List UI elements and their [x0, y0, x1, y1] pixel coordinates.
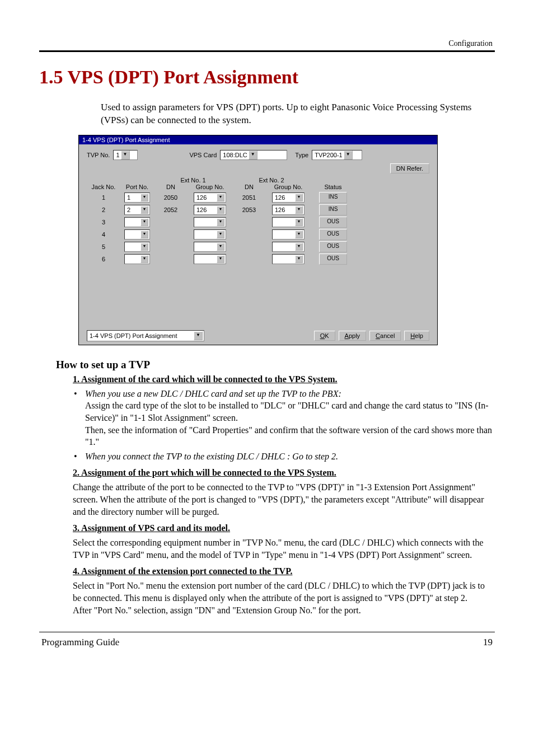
group1-combo[interactable]: ▼ [194, 254, 226, 264]
screen-selector-value: 1-4 VPS (DPT) Port Assignment [90, 332, 177, 339]
chevron-down-icon: ▼ [140, 206, 148, 214]
footer-page: 19 [483, 637, 493, 648]
jack-no: 2 [87, 206, 120, 213]
page-title: 1.5 VPS (DPT) Port Assignment [39, 67, 495, 88]
chevron-down-icon: ▼ [140, 231, 148, 238]
group1-combo[interactable]: 126▼ [194, 192, 226, 203]
jack-no: 5 [87, 243, 120, 250]
chevron-down-icon: ▼ [194, 331, 203, 340]
group2-combo[interactable]: ▼ [272, 242, 305, 252]
help-button[interactable]: Help [404, 331, 429, 341]
step3-heading: 3. Assignment of VPS card and its model. [73, 523, 495, 533]
table-row: 5▼▼▼OUS [87, 241, 429, 253]
intro-text: Used to assign parameters for VPS (DPT) … [101, 101, 495, 127]
group2-combo[interactable]: ▼ [272, 254, 305, 264]
port-no-combo[interactable]: ▼ [124, 229, 150, 240]
jack-no: 4 [87, 231, 120, 238]
group2-combo[interactable]: 126▼ [272, 205, 305, 215]
step1-bullet2: When you connect the TVP to the existing… [85, 450, 495, 463]
dialog-titlebar: 1-4 VPS (DPT) Port Assignment [79, 135, 437, 144]
jack-no: 1 [87, 194, 120, 201]
type-combo[interactable]: TVP200-1 ▼ [312, 150, 362, 160]
ok-button[interactable]: OOKK [314, 331, 335, 341]
group1-combo[interactable]: 126▼ [194, 205, 226, 215]
dn-refer-button[interactable]: DN Refer. [390, 163, 429, 173]
group1-combo[interactable]: ▼ [194, 229, 226, 240]
cancel-button[interactable]: Cancel [369, 331, 401, 341]
chevron-down-icon: ▼ [217, 255, 224, 263]
footer-left: Programming Guide [41, 637, 119, 648]
col-ext1: Ext No. 1 [154, 177, 232, 184]
header-section-label: Configuration [39, 39, 495, 48]
status-button[interactable]: INS [319, 192, 347, 203]
chevron-down-icon: ▼ [217, 243, 224, 251]
dn1-value: 2050 [154, 194, 188, 201]
chevron-down-icon: ▼ [344, 151, 353, 159]
vps-card-value: 108:DLC [223, 152, 247, 158]
footer-divider [39, 632, 495, 632]
divider [39, 50, 495, 52]
chevron-down-icon: ▼ [295, 194, 303, 201]
col-grp1: Group No. [188, 184, 232, 190]
col-ext2: Ext No. 2 [232, 177, 311, 184]
port-no-combo[interactable]: ▼ [124, 254, 150, 264]
chevron-down-icon: ▼ [140, 218, 148, 226]
status-button[interactable]: OUS [319, 241, 347, 252]
table-row: 22▼2052126▼2053126▼INS [87, 204, 429, 216]
chevron-down-icon: ▼ [295, 218, 303, 226]
chevron-down-icon: ▼ [295, 231, 303, 238]
chevron-down-icon: ▼ [217, 218, 224, 226]
chevron-down-icon: ▼ [217, 206, 224, 214]
embedded-dialog-screenshot: 1-4 VPS (DPT) Port Assignment TVP No. 1 … [78, 135, 495, 345]
vps-card-label: VPS Card [189, 152, 217, 158]
table-row: 11▼2050126▼2051126▼INS [87, 191, 429, 204]
jack-no: 6 [87, 256, 120, 262]
group1-combo[interactable]: ▼ [194, 242, 226, 252]
chevron-down-icon: ▼ [121, 151, 130, 159]
port-no-combo[interactable]: ▼ [124, 217, 150, 227]
status-button[interactable]: INS [319, 204, 347, 215]
step3-text: Select the corresponding equipment numbe… [73, 537, 495, 561]
group1-combo[interactable]: ▼ [194, 217, 226, 227]
status-button[interactable]: OUS [319, 229, 347, 240]
step2-heading: 2. Assignment of the port which will be … [73, 468, 495, 478]
chevron-down-icon: ▼ [249, 151, 257, 159]
chevron-down-icon: ▼ [217, 194, 224, 201]
chevron-down-icon: ▼ [295, 243, 303, 251]
step1-heading: 1. Assignment of the card which will be … [73, 374, 495, 384]
tvp-no-value: 1 [116, 152, 119, 158]
chevron-down-icon: ▼ [140, 194, 148, 201]
chevron-down-icon: ▼ [295, 255, 303, 263]
type-label: Type [295, 152, 308, 158]
col-grp2: Group No. [266, 184, 311, 190]
dn2-value: 2053 [232, 206, 266, 213]
step2-text: Change the attribute of the port to be c… [73, 481, 495, 518]
port-no-combo[interactable]: 1▼ [124, 192, 150, 203]
group2-combo[interactable]: ▼ [272, 217, 305, 227]
table-row: 6▼▼▼OUS [87, 253, 429, 265]
dn1-value: 2052 [154, 206, 188, 213]
step4-text: Select in "Port No." menu the extension … [73, 580, 495, 616]
apply-button[interactable]: Apply [339, 331, 367, 341]
dn2-value: 2051 [232, 194, 266, 201]
vps-card-combo[interactable]: 108:DLC ▼ [220, 150, 287, 160]
tvp-no-combo[interactable]: 1 ▼ [113, 150, 138, 160]
chevron-down-icon: ▼ [217, 231, 224, 238]
port-no-combo[interactable]: 2▼ [124, 205, 150, 215]
group2-combo[interactable]: ▼ [272, 229, 305, 240]
status-button[interactable]: OUS [319, 253, 347, 265]
group2-combo[interactable]: 126▼ [272, 192, 305, 203]
col-status: Status [311, 184, 355, 190]
col-dn1: DN [154, 184, 188, 190]
jack-no: 3 [87, 219, 120, 226]
chevron-down-icon: ▼ [140, 255, 148, 263]
how-to-heading: How to set up a TVP [56, 359, 495, 371]
step4-heading: 4. Assignment of the extension port conn… [73, 566, 495, 576]
screen-selector-combo[interactable]: 1-4 VPS (DPT) Port Assignment ▼ [87, 330, 204, 341]
col-port: Port No. [120, 184, 154, 190]
col-jack: Jack No. [87, 184, 120, 190]
chevron-down-icon: ▼ [140, 243, 148, 251]
port-no-combo[interactable]: ▼ [124, 242, 150, 252]
table-row: 4▼▼▼OUS [87, 228, 429, 241]
status-button[interactable]: OUS [319, 217, 347, 228]
